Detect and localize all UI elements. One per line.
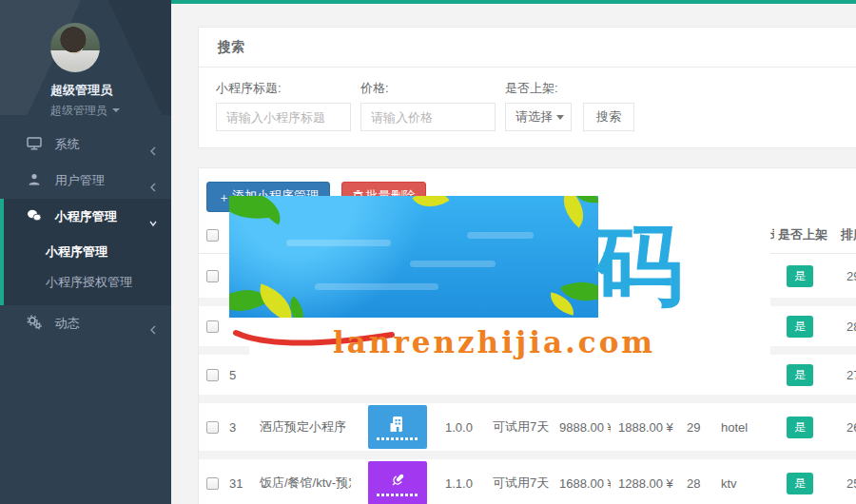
ktv-thumbnail[interactable] xyxy=(368,461,427,504)
listed-badge: 是 xyxy=(787,265,813,287)
col-title: 小程序标题 xyxy=(256,222,351,254)
building-icon xyxy=(388,415,407,434)
chevron-down-icon xyxy=(148,209,158,224)
user-role-dropdown[interactable]: 超级管理员 xyxy=(50,103,171,119)
listed-select[interactable]: 请选择 xyxy=(505,103,572,131)
sidebar-group-miniprogram: 小程序管理 小程序管理 小程序授权管理 xyxy=(0,199,171,305)
field-title-label: 小程序标题: xyxy=(216,80,351,97)
table-toolbar: ＋添加小程序管理 批量删除 xyxy=(199,182,856,222)
trash-icon xyxy=(353,190,363,204)
batch-delete-button[interactable]: 批量删除 xyxy=(341,182,426,210)
thumbnail-caption xyxy=(377,494,418,496)
sidebar-item-label: 用户管理 xyxy=(55,173,105,187)
table-header-row: ID 小程序标题 展示图片 版本号 体验天数 价格 活动价 模板 小程序目录 是… xyxy=(199,222,856,254)
search-panel: 搜索 小程序标题: 价格: 是否上架: 请选择 搜索 xyxy=(198,27,856,148)
sidebar-nav: 系统 用户管理 小程序管理 小程序管理 小程序授权管理 动态 xyxy=(0,126,171,341)
sidebar-item-activity[interactable]: 动态 xyxy=(0,305,171,341)
table-row: 是 28 xyxy=(199,302,856,351)
table-row: 3酒店预定小程序 1.0.0可试用7天 9888.00 ¥1888.00 ¥ 2… xyxy=(199,399,856,456)
microphone-icon xyxy=(388,471,407,490)
row-checkbox[interactable] xyxy=(206,320,219,333)
hotel-thumbnail[interactable] xyxy=(368,405,427,449)
title-input[interactable] xyxy=(216,103,351,131)
avatar[interactable] xyxy=(50,23,100,72)
field-price-label: 价格: xyxy=(360,80,496,97)
row-checkbox[interactable] xyxy=(206,477,219,490)
desktop-icon xyxy=(27,136,42,151)
wechat-icon xyxy=(27,208,42,223)
field-price: 价格: xyxy=(360,80,496,131)
chevron-left-icon xyxy=(148,316,158,331)
field-listed: 是否上架: 请选择 xyxy=(505,80,572,131)
user-icon xyxy=(27,172,42,187)
listed-badge: 是 xyxy=(787,316,813,338)
add-miniprogram-button[interactable]: ＋添加小程序管理 xyxy=(206,182,330,212)
sidebar-item-label: 小程序管理 xyxy=(55,209,117,223)
row-checkbox[interactable] xyxy=(206,421,219,434)
col-dir: 小程序目录 xyxy=(717,222,774,254)
sidebar-submenu: 小程序管理 小程序授权管理 xyxy=(4,235,171,305)
field-title: 小程序标题: xyxy=(216,80,351,131)
col-id: ID xyxy=(222,222,256,254)
search-button[interactable]: 搜索 xyxy=(583,103,634,131)
select-all-checkbox[interactable] xyxy=(206,229,219,242)
col-sort: 排序 xyxy=(833,222,856,254)
row-checkbox[interactable] xyxy=(206,270,219,282)
table-row: 是 29 xyxy=(199,254,856,302)
user-name: 超级管理员 xyxy=(50,82,171,99)
chevron-left-icon xyxy=(148,137,158,152)
sidebar-subitem-miniprogram-auth[interactable]: 小程序授权管理 xyxy=(4,267,171,298)
chevron-left-icon xyxy=(148,173,158,188)
thumbnail-caption xyxy=(377,437,418,440)
col-price: 价格 xyxy=(555,222,611,254)
sidebar-item-users[interactable]: 用户管理 xyxy=(0,163,171,199)
col-listed: 是否上架 xyxy=(774,222,833,254)
listed-badge: 是 xyxy=(787,473,813,494)
search-form: 小程序标题: 价格: 是否上架: 请选择 搜索 xyxy=(199,68,856,147)
table-row: 31饭店/餐馆/ktv-预定 1.1.0可试用7天 1688.00 ¥1288.… xyxy=(199,456,856,504)
top-accent-strip xyxy=(171,0,856,4)
listed-select-value: 请选择 xyxy=(516,108,553,126)
sidebar-subitem-miniprogram-manage[interactable]: 小程序管理 xyxy=(4,237,171,267)
table-panel: ＋添加小程序管理 批量删除 ID 小程序标题 展示图片 版本号 体验天数 价格 … xyxy=(198,167,856,504)
col-image: 展示图片 xyxy=(351,222,441,254)
search-action: 搜索 xyxy=(581,103,634,131)
sidebar-item-label: 系统 xyxy=(55,137,80,151)
cogs-icon xyxy=(27,315,42,330)
col-version: 版本号 xyxy=(441,222,489,254)
sidebar-item-label: 动态 xyxy=(55,316,80,330)
row-checkbox[interactable] xyxy=(206,369,219,381)
listed-badge: 是 xyxy=(787,417,813,438)
col-activity: 活动价 xyxy=(611,222,679,254)
listed-badge: 是 xyxy=(787,364,813,386)
col-template: 模板 xyxy=(679,222,717,254)
field-listed-label: 是否上架: xyxy=(505,80,572,97)
main-content: 搜索 小程序标题: 价格: 是否上架: 请选择 搜索 xyxy=(171,0,856,504)
plus-icon: ＋ xyxy=(218,189,230,206)
caret-down-icon xyxy=(112,108,120,112)
sidebar: 超级管理员 超级管理员 系统 用户管理 小程序管理 小程序管理 小程序授权管理 xyxy=(0,0,171,504)
select-caret-icon xyxy=(556,115,564,120)
search-panel-title: 搜索 xyxy=(199,28,856,68)
col-days: 体验天数 xyxy=(489,222,555,254)
user-profile: 超级管理员 超级管理员 xyxy=(0,0,171,115)
user-role-label: 超级管理员 xyxy=(50,104,107,117)
sidebar-item-miniprogram[interactable]: 小程序管理 xyxy=(4,199,171,235)
sidebar-item-system[interactable]: 系统 xyxy=(0,126,171,163)
miniprogram-table: ID 小程序标题 展示图片 版本号 体验天数 价格 活动价 模板 小程序目录 是… xyxy=(199,222,856,504)
table-row: 5 是 27 xyxy=(199,351,856,399)
price-input[interactable] xyxy=(360,103,496,131)
